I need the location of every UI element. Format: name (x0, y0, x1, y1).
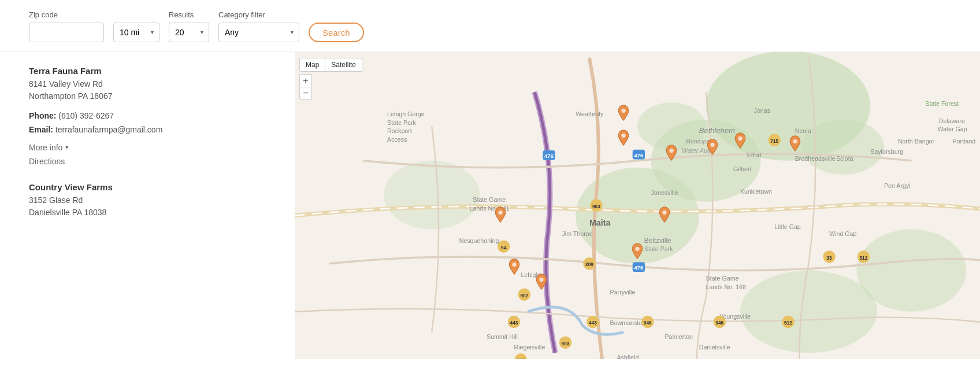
search-bar: Zip code 10 mi 5 mi 25 mi 50 mi Results … (0, 0, 980, 52)
farm-name: Country View Farms (29, 182, 272, 192)
zip-input[interactable] (29, 23, 104, 42)
svg-text:Palmerton: Palmerton (665, 333, 693, 340)
directions-button[interactable]: Directions (29, 157, 65, 166)
map-pin[interactable] (617, 129, 630, 148)
svg-text:State Park: State Park (644, 245, 673, 252)
phone-line: Phone: (610) 392-6267 (29, 109, 272, 123)
svg-text:Lands No. 168: Lands No. 168 (706, 283, 746, 290)
svg-text:North Bangor: North Bangor (898, 138, 935, 145)
farm-contact: Phone: (610) 392-6267 Email: terrafaunaf… (29, 109, 272, 137)
svg-text:Neola: Neola (795, 127, 811, 134)
email-line: Email: terrafaunafarmpa@gmail.com (29, 123, 272, 137)
farm-address: 3152 Glase Rd Danielsville PA 18038 (29, 194, 272, 219)
svg-text:33: 33 (826, 255, 832, 261)
email-link[interactable]: terrafaunafarmpa@gmail.com (55, 125, 162, 134)
svg-text:443: 443 (510, 320, 518, 326)
svg-text:512: 512 (859, 255, 867, 261)
svg-text:Little Gap: Little Gap (774, 223, 801, 230)
svg-text:State Forest: State Forest (925, 100, 959, 107)
map-pin[interactable] (706, 138, 719, 157)
svg-text:Wind Gap: Wind Gap (829, 230, 856, 237)
category-field-group: Category filter Any CSA Farm Stand Farme… (218, 10, 299, 42)
distance-select-wrapper: 10 mi 5 mi 25 mi 50 mi (113, 23, 159, 42)
svg-text:Beltzville: Beltzville (644, 237, 671, 245)
sidebar: Terra Fauna Farm 8141 Valley View Rd Nor… (0, 52, 295, 359)
map-tab-satellite[interactable]: Satellite (325, 58, 362, 72)
svg-text:902: 902 (520, 293, 528, 298)
farm-address: 8141 Valley View Rd Northampton PA 18067 (29, 78, 272, 102)
svg-text:Bethlehem: Bethlehem (699, 126, 735, 135)
list-item: Terra Fauna Farm 8141 Valley View Rd Nor… (29, 66, 272, 166)
svg-text:946: 946 (715, 320, 723, 326)
phone-value: (610) 392-6267 (58, 111, 114, 120)
distance-label (113, 10, 159, 19)
svg-text:903: 903 (592, 204, 600, 209)
svg-point-90 (738, 137, 742, 141)
map-pin[interactable] (734, 132, 747, 151)
map-pin[interactable] (508, 258, 521, 277)
map-tab-map[interactable]: Map (299, 58, 325, 72)
map-container[interactable]: Map Satellite + − (295, 52, 980, 359)
map-pin[interactable] (665, 144, 678, 163)
svg-text:Lehigh Gorge: Lehigh Gorge (387, 110, 425, 117)
svg-point-86 (622, 109, 626, 113)
results-field-group: Results 20 10 50 (169, 10, 209, 42)
svg-text:Delaware: Delaware (939, 117, 965, 124)
distance-select[interactable]: 10 mi 5 mi 25 mi 50 mi (113, 23, 159, 42)
map-zoom-out[interactable]: − (299, 87, 312, 99)
svg-point-88 (670, 149, 674, 153)
svg-text:Nesquehoning: Nesquehoning (459, 237, 499, 244)
svg-text:Danielsville: Danielsville (699, 344, 730, 351)
svg-text:State Game: State Game (473, 196, 506, 203)
category-select[interactable]: Any CSA Farm Stand Farmers Market U-Pick (218, 23, 299, 42)
phone-label: Phone: (29, 111, 56, 120)
results-select-wrapper: 20 10 50 (169, 23, 209, 42)
svg-text:Riegeisville: Riegeisville (514, 344, 545, 351)
svg-point-96 (635, 247, 639, 251)
svg-text:Jim Thorpe: Jim Thorpe (562, 230, 593, 237)
svg-text:Water Gap: Water Gap (937, 126, 967, 132)
svg-text:Parryville: Parryville (610, 289, 636, 296)
svg-text:Access: Access (387, 136, 407, 143)
map-pin[interactable] (617, 104, 630, 123)
svg-text:443: 443 (517, 358, 525, 359)
svg-text:Portland: Portland (953, 138, 976, 145)
category-label: Category filter (218, 10, 299, 19)
map-pin[interactable] (535, 273, 548, 292)
svg-text:Weathrely: Weathrely (576, 110, 603, 117)
address-line1: 3152 Glase Rd (29, 196, 83, 205)
svg-text:476: 476 (634, 152, 643, 158)
map-background: Bethlehem Municipal Water Auth Maita Rie… (295, 52, 980, 359)
svg-text:476: 476 (634, 264, 643, 271)
svg-point-94 (512, 262, 516, 266)
svg-text:Brodheadsville: Brodheadsville (795, 155, 836, 162)
map-pin[interactable] (789, 135, 801, 154)
search-button[interactable]: Search (309, 23, 364, 42)
svg-text:Jonas: Jonas (754, 107, 770, 114)
svg-text:Pen Argyl: Pen Argyl (884, 182, 911, 189)
address-line2: Northampton PA 18067 (29, 91, 113, 101)
svg-text:Kunkletown: Kunkletown (740, 188, 772, 195)
svg-text:512: 512 (784, 320, 792, 326)
map-pin[interactable] (494, 206, 507, 225)
map-pin[interactable] (658, 206, 671, 225)
svg-point-7 (384, 161, 480, 230)
map-zoom-controls: + − (299, 74, 312, 99)
results-select[interactable]: 20 10 50 (169, 23, 209, 42)
svg-text:Ashfield: Ashfield (617, 354, 639, 359)
svg-point-91 (793, 139, 797, 143)
map-pin[interactable] (631, 242, 644, 261)
main-layout: Terra Fauna Farm 8141 Valley View Rd Nor… (0, 52, 980, 359)
results-label: Results (169, 10, 209, 19)
svg-text:946: 946 (644, 320, 652, 326)
svg-text:903: 903 (562, 341, 570, 346)
more-info-button[interactable]: More info (29, 143, 69, 152)
address-line2: Danielsville PA 18038 (29, 208, 106, 217)
svg-text:State Game: State Game (706, 275, 739, 282)
svg-text:Jonesville: Jonesville (651, 189, 678, 196)
map-zoom-in[interactable]: + (299, 74, 312, 87)
farm-name: Terra Fauna Farm (29, 66, 272, 76)
svg-point-95 (539, 278, 543, 282)
svg-text:209: 209 (585, 261, 593, 267)
svg-point-93 (663, 210, 667, 214)
